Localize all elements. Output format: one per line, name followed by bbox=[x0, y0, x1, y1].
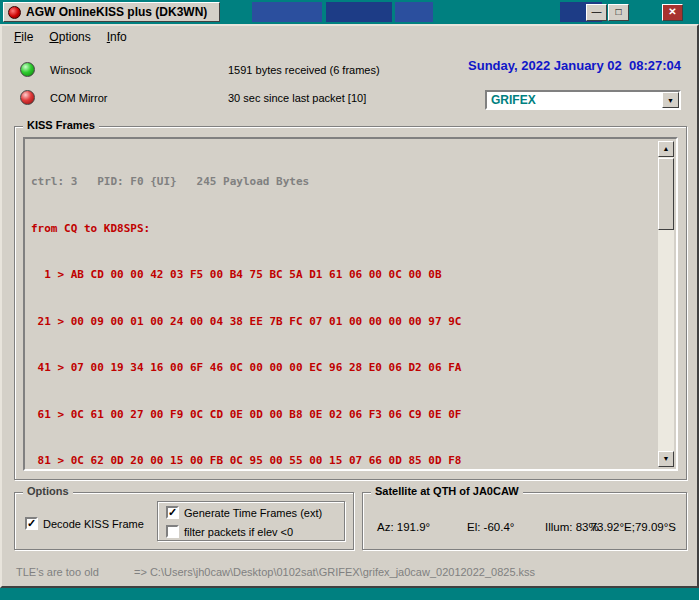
maximize-button[interactable]: □ bbox=[608, 4, 629, 21]
title-bar: AGW OnlineKISS plus (DK3WN) — □ ✕ bbox=[0, 0, 699, 24]
decode-kiss-label[interactable]: Decode KISS Frame bbox=[43, 518, 144, 530]
filter-packets-checkbox[interactable] bbox=[166, 525, 179, 538]
window-title: AGW OnlineKISS plus (DK3WN) bbox=[26, 5, 207, 19]
filter-packets-checkbox-row[interactable]: filter packets if elev <0 bbox=[166, 525, 293, 538]
scroll-up-icon[interactable]: ▲ bbox=[658, 141, 674, 157]
minimize-button[interactable]: — bbox=[586, 4, 607, 21]
menu-info[interactable]: Info bbox=[99, 27, 135, 47]
options-group-title: Options bbox=[23, 485, 73, 497]
kiss-frames-group: KISS Frames ctrl: 3 PID: F0 {UI} 245 Pay… bbox=[14, 126, 687, 480]
app-window: AGW OnlineKISS plus (DK3WN) — □ ✕ File O… bbox=[0, 0, 699, 600]
satellite-select-value: GRIFEX bbox=[491, 93, 536, 107]
coordinates-value: 73.92°E;79.09°S bbox=[591, 521, 676, 533]
hex-line: 41 > 07 00 19 34 16 00 6F 46 0C 00 00 00… bbox=[31, 360, 652, 376]
desktop-artifact bbox=[326, 2, 392, 22]
hex-line: 21 > 00 09 00 01 00 24 00 04 38 EE 7B FC… bbox=[31, 314, 652, 330]
dropdown-arrow-icon[interactable]: ▼ bbox=[662, 92, 679, 108]
desktop-artifact bbox=[395, 2, 433, 22]
datetime-text: Sunday, 2022 January 02 08:27:04 bbox=[468, 58, 681, 73]
com-mirror-led-icon bbox=[20, 90, 35, 105]
frame-header-line: ctrl: 3 PID: F0 {UI} 245 Payload Bytes bbox=[31, 174, 652, 190]
time-frames-subgroup: ✓ Generate Time Frames (ext) filter pack… bbox=[157, 501, 345, 541]
generate-time-frames-label[interactable]: Generate Time Frames (ext) bbox=[184, 507, 322, 519]
satellite-group-title: Satellite at QTH of JA0CAW bbox=[371, 485, 523, 497]
window-body: File Options Info Winsock COM Mirror 159… bbox=[0, 24, 699, 588]
com-mirror-label: COM Mirror bbox=[50, 92, 107, 104]
hex-line: 1 > AB CD 00 00 42 03 F5 00 B4 75 BC 5A … bbox=[31, 267, 652, 283]
azimuth-value: Az: 191.9° bbox=[377, 521, 430, 533]
satellite-select[interactable]: GRIFEX ▼ bbox=[485, 90, 681, 110]
kiss-frames-text: ctrl: 3 PID: F0 {UI} 245 Payload Bytes f… bbox=[31, 143, 652, 465]
options-group: Options ✓ Decode KISS Frame ✓ Generate T… bbox=[14, 492, 354, 550]
kiss-frames-area: ctrl: 3 PID: F0 {UI} 245 Payload Bytes f… bbox=[23, 137, 678, 471]
scrollbar-thumb[interactable] bbox=[658, 158, 674, 230]
hex-line: 81 > 0C 62 0D 20 00 15 00 FB 0C 95 00 55… bbox=[31, 453, 652, 469]
vertical-scrollbar[interactable]: ▲ ▼ bbox=[658, 141, 674, 467]
generate-time-frames-checkbox-row[interactable]: ✓ Generate Time Frames (ext) bbox=[166, 506, 322, 519]
menu-bar: File Options Info bbox=[2, 26, 697, 48]
kiss-frames-title: KISS Frames bbox=[23, 119, 99, 131]
status-panel: Winsock COM Mirror 1591 bytes received (… bbox=[2, 48, 697, 122]
close-button[interactable]: ✕ bbox=[662, 4, 683, 21]
output-path-text: => C:\Users\jh0caw\Desktop\0102sat\GRIFE… bbox=[134, 566, 535, 578]
elevation-value: El: -60.4° bbox=[467, 521, 514, 533]
decode-kiss-checkbox[interactable]: ✓ bbox=[25, 517, 38, 530]
desktop-artifact bbox=[252, 2, 322, 22]
menu-options[interactable]: Options bbox=[41, 27, 98, 47]
generate-time-frames-checkbox[interactable]: ✓ bbox=[166, 506, 179, 519]
last-packet-text: 30 sec since last packet [10] bbox=[228, 92, 366, 104]
scroll-down-icon[interactable]: ▼ bbox=[658, 451, 674, 467]
frame-from-line: from CQ to KD8SPS: bbox=[31, 221, 652, 237]
bytes-received-text: 1591 bytes received (6 frames) bbox=[228, 64, 380, 76]
filter-packets-label[interactable]: filter packets if elev <0 bbox=[184, 526, 293, 538]
winsock-label: Winsock bbox=[50, 64, 92, 76]
satellite-group: Satellite at QTH of JA0CAW Az: 191.9° El… bbox=[362, 492, 687, 550]
app-icon bbox=[8, 6, 21, 19]
winsock-led-icon bbox=[20, 62, 35, 77]
tle-status-text: TLE's are too old bbox=[16, 566, 99, 578]
decode-kiss-checkbox-row[interactable]: ✓ Decode KISS Frame bbox=[25, 517, 144, 530]
menu-file[interactable]: File bbox=[6, 27, 41, 47]
hex-line: 61 > 0C 61 00 27 00 F9 0C CD 0E 0D 00 B8… bbox=[31, 407, 652, 423]
window-title-chip[interactable]: AGW OnlineKISS plus (DK3WN) bbox=[3, 2, 220, 22]
